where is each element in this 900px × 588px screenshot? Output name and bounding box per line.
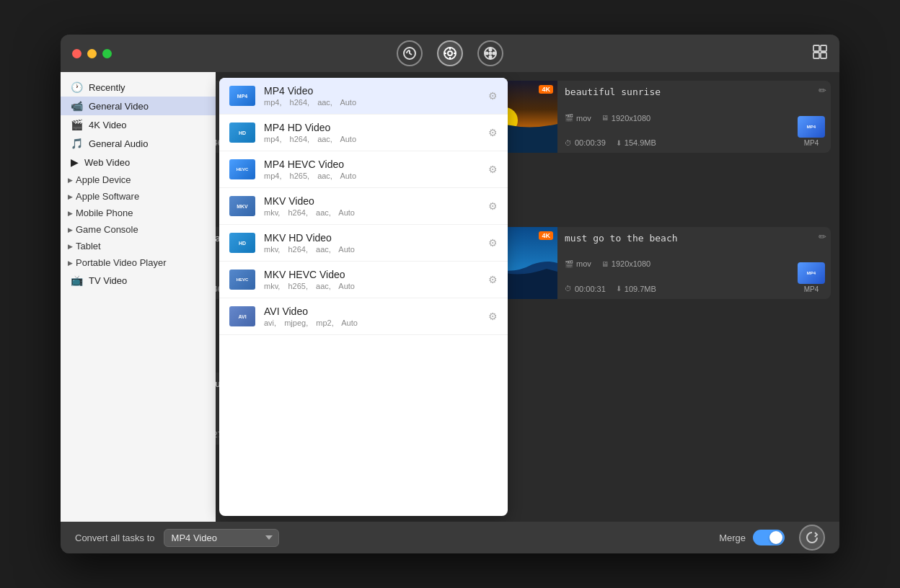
film-icon: 🎬 [565,260,573,268]
settings-button[interactable]: ⚙ [488,274,498,285]
video-icon: 📹 [71,100,83,112]
svg-point-5 [490,49,492,51]
chevron-right-icon: ▶ [68,259,73,267]
sidebar-item-game-console[interactable]: ▶ Game Console [61,221,216,238]
format-item-mp4[interactable]: MP4 MP4 Video mp4, h264, aac, Auto ⚙ [219,78,508,115]
format-tags: mkv, h264, aac, Auto [264,208,480,217]
convert-icon-btn[interactable] [397,40,423,66]
format-badge: MP4 MP4 [798,116,825,147]
chevron-right-icon: ▶ [68,226,73,233]
grid-view-btn[interactable] [812,44,828,63]
svg-point-6 [490,56,492,58]
mkvhevc-format-icon: HEVC [229,270,255,290]
resolution-meta: 🖥 1920x1080 [601,114,650,122]
4k-badge: 4K [539,85,553,94]
sidebar-item-label: Recently [89,82,125,93]
mkvhd-format-icon: HD [229,233,255,253]
settings-button[interactable]: ⚙ [488,90,498,102]
video-info: beautiful sunrise 🎬 mov 🖥 1920x1080 [557,81,831,153]
main-content: animal and nature 🎬 mov 🖥 1920x1080 [61,72,839,522]
start-convert-button[interactable] [799,525,825,551]
settings-button[interactable]: ⚙ [488,200,498,212]
duration-meta: ⏱ 00:00:31 [565,285,606,293]
settings-button[interactable]: ⚙ [488,311,498,322]
sidebar-item-general-video[interactable]: 📹 General Video [61,97,216,115]
mp4hd-format-icon: HD [229,122,255,143]
sidebar-item-recently[interactable]: 🕐 Recently [61,78,216,97]
tools-icon-btn[interactable] [477,40,503,66]
sidebar-item-portable-video[interactable]: ▶ Portable Video Player [61,254,216,271]
close-button[interactable] [72,49,81,58]
clock-icon: ⏱ [565,285,572,293]
format-tags: avi, mjpeg, mp2, Auto [264,318,480,327]
format-tags: mp4, h264, aac, Auto [264,135,480,143]
video-meta-2: ⏱ 00:00:39 ⬇ 154.9MB [565,138,824,147]
settings-button[interactable]: ⚙ [488,127,498,138]
format-meta: 🎬 mov [565,259,591,268]
chevron-right-icon: ▶ [68,210,73,217]
edit-button[interactable]: ✏ [819,231,826,242]
merge-section: Merge [719,525,825,551]
sidebar-item-4k-video[interactable]: 🎬 4K Video [61,115,216,134]
svg-rect-12 [821,53,826,58]
format-name: MP4 HD Video [264,122,480,133]
minimize-button[interactable] [87,49,97,58]
settings-button[interactable]: ⚙ [488,164,498,175]
sidebar-item-label: Game Console [76,224,138,235]
svg-point-7 [486,53,488,55]
format-name: MKV HD Video [264,232,480,244]
format-item-mkvhd[interactable]: HD MKV HD Video mkv, h264, aac, Auto ⚙ [219,225,508,262]
sidebar-item-label: Web Video [84,157,130,168]
format-item-mp4hevc[interactable]: HEVC MP4 HEVC Video mp4, h265, aac, Auto… [219,151,508,188]
edit-button[interactable]: ✏ [819,85,826,96]
format-item-mkvhevc[interactable]: HEVC MKV HEVC Video mkv, h265, aac, Auto… [219,262,508,298]
size-meta: ⬇ 109.7MB [616,285,656,293]
svg-rect-10 [821,45,826,51]
tv-icon: 📺 [71,275,83,286]
format-tags: mp4, h264, aac, Auto [264,98,480,107]
format-name: MKV HEVC Video [264,269,480,280]
sidebar-item-apple-device[interactable]: ▶ Apple Device [61,172,216,188]
sidebar-item-label: Portable Video Player [76,257,167,268]
format-panel: MP4 MP4 Video mp4, h264, aac, Auto ⚙ [219,78,508,516]
duration-meta: ⏱ 00:00:39 [565,138,606,147]
format-icon: MP4 [798,262,825,284]
format-tags: mkv, h265, aac, Auto [264,282,480,290]
sidebar-item-tv-video[interactable]: 📺 TV Video [61,271,216,290]
sidebar-item-label: General Video [89,101,149,112]
traffic-lights [72,49,112,58]
merge-toggle[interactable] [753,530,785,545]
sidebar-item-apple-software[interactable]: ▶ Apple Software [61,188,216,205]
download-icon: ⬇ [616,285,622,293]
web-icon: ▶ [71,156,79,168]
download-icon: ⬇ [616,139,622,147]
format-icon: MP4 [798,116,825,138]
sidebar-item-tablet[interactable]: ▶ Tablet [61,238,216,254]
format-tags: mp4, h265, aac, Auto [264,172,480,180]
sidebar-item-label: 4K Video [89,120,127,130]
sidebar-item-label: Mobile Phone [76,208,133,218]
format-name: AVI Video [264,306,480,317]
sidebar-item-label: Apple Device [76,174,131,185]
sidebar-item-label: TV Video [89,275,127,286]
sidebar-item-mobile-phone[interactable]: ▶ Mobile Phone [61,205,216,221]
settings-button[interactable]: ⚙ [488,237,498,249]
video-info: must go to the beach 🎬 mov 🖥 1920x1080 [557,227,831,299]
format-select[interactable]: MP4 Video [164,529,279,547]
format-item-info: MP4 Video mp4, h264, aac, Auto [264,85,480,107]
resolution-meta: 🖥 1920x1080 [601,259,650,268]
format-label: MP4 [804,285,819,293]
title-bar [61,35,839,72]
format-item-mp4hd[interactable]: HD MP4 HD Video mp4, h264, aac, Auto ⚙ [219,115,508,151]
format-item-mkv[interactable]: MKV MKV Video mkv, h264, aac, Auto ⚙ [219,188,508,225]
sidebar-item-web-video[interactable]: ▶ Web Video [61,153,216,172]
sidebar-item-label: General Audio [89,138,148,149]
svg-point-4 [490,53,492,55]
format-item-info: MKV Video mkv, h264, aac, Auto [264,195,480,217]
media-icon-btn[interactable] [437,40,463,66]
sidebar-item-general-audio[interactable]: 🎵 General Audio [61,134,216,153]
convert-label: Convert all tasks to [75,533,155,543]
maximize-button[interactable] [102,49,112,58]
chevron-right-icon: ▶ [68,193,73,200]
format-item-avi[interactable]: AVI AVI Video avi, mjpeg, mp2, Auto ⚙ [219,298,508,335]
